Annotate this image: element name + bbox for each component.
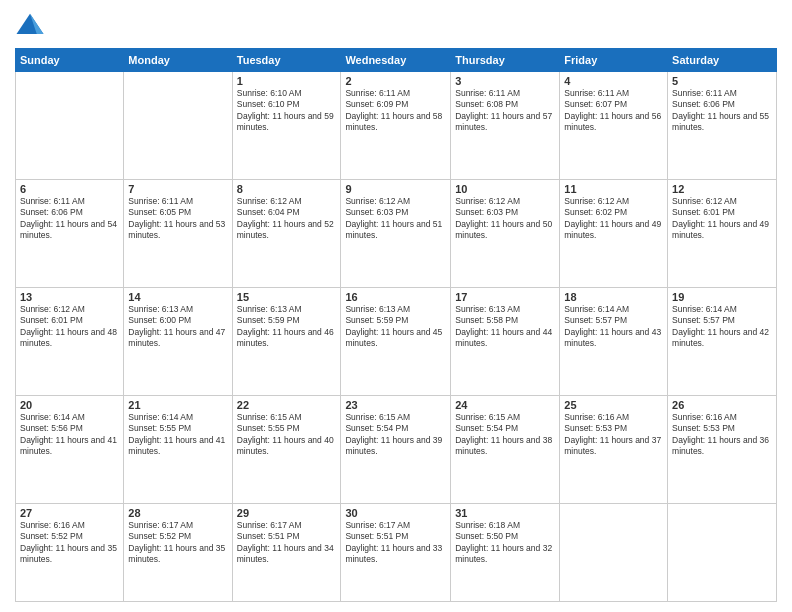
calendar-cell: 30Sunrise: 6:17 AMSunset: 5:51 PMDayligh…	[341, 503, 451, 601]
cell-content: Sunrise: 6:18 AMSunset: 5:50 PMDaylight:…	[455, 520, 555, 566]
day-number: 5	[672, 75, 772, 87]
calendar-cell: 6Sunrise: 6:11 AMSunset: 6:06 PMDaylight…	[16, 179, 124, 287]
day-number: 22	[237, 399, 337, 411]
day-number: 6	[20, 183, 119, 195]
cell-content: Sunrise: 6:16 AMSunset: 5:53 PMDaylight:…	[672, 412, 772, 458]
calendar-cell	[124, 72, 232, 180]
cell-content: Sunrise: 6:14 AMSunset: 5:55 PMDaylight:…	[128, 412, 227, 458]
day-number: 15	[237, 291, 337, 303]
day-number: 11	[564, 183, 663, 195]
cell-content: Sunrise: 6:13 AMSunset: 5:59 PMDaylight:…	[345, 304, 446, 350]
day-number: 3	[455, 75, 555, 87]
cell-content: Sunrise: 6:10 AMSunset: 6:10 PMDaylight:…	[237, 88, 337, 134]
weekday-header: Wednesday	[341, 49, 451, 72]
cell-content: Sunrise: 6:17 AMSunset: 5:51 PMDaylight:…	[237, 520, 337, 566]
cell-content: Sunrise: 6:13 AMSunset: 5:58 PMDaylight:…	[455, 304, 555, 350]
calendar-week-row: 20Sunrise: 6:14 AMSunset: 5:56 PMDayligh…	[16, 395, 777, 503]
calendar-cell: 29Sunrise: 6:17 AMSunset: 5:51 PMDayligh…	[232, 503, 341, 601]
day-number: 21	[128, 399, 227, 411]
calendar-cell	[668, 503, 777, 601]
calendar-cell: 15Sunrise: 6:13 AMSunset: 5:59 PMDayligh…	[232, 287, 341, 395]
calendar-cell: 20Sunrise: 6:14 AMSunset: 5:56 PMDayligh…	[16, 395, 124, 503]
calendar-cell: 11Sunrise: 6:12 AMSunset: 6:02 PMDayligh…	[560, 179, 668, 287]
day-number: 17	[455, 291, 555, 303]
cell-content: Sunrise: 6:12 AMSunset: 6:03 PMDaylight:…	[455, 196, 555, 242]
calendar-cell: 9Sunrise: 6:12 AMSunset: 6:03 PMDaylight…	[341, 179, 451, 287]
calendar-cell: 16Sunrise: 6:13 AMSunset: 5:59 PMDayligh…	[341, 287, 451, 395]
calendar-cell: 10Sunrise: 6:12 AMSunset: 6:03 PMDayligh…	[451, 179, 560, 287]
day-number: 13	[20, 291, 119, 303]
weekday-header: Tuesday	[232, 49, 341, 72]
day-number: 19	[672, 291, 772, 303]
calendar-cell: 8Sunrise: 6:12 AMSunset: 6:04 PMDaylight…	[232, 179, 341, 287]
calendar-cell: 25Sunrise: 6:16 AMSunset: 5:53 PMDayligh…	[560, 395, 668, 503]
cell-content: Sunrise: 6:12 AMSunset: 6:02 PMDaylight:…	[564, 196, 663, 242]
cell-content: Sunrise: 6:11 AMSunset: 6:06 PMDaylight:…	[672, 88, 772, 134]
day-number: 28	[128, 507, 227, 519]
cell-content: Sunrise: 6:17 AMSunset: 5:52 PMDaylight:…	[128, 520, 227, 566]
page: SundayMondayTuesdayWednesdayThursdayFrid…	[0, 0, 792, 612]
day-number: 25	[564, 399, 663, 411]
day-number: 27	[20, 507, 119, 519]
calendar-cell: 21Sunrise: 6:14 AMSunset: 5:55 PMDayligh…	[124, 395, 232, 503]
day-number: 24	[455, 399, 555, 411]
day-number: 12	[672, 183, 772, 195]
calendar-cell: 24Sunrise: 6:15 AMSunset: 5:54 PMDayligh…	[451, 395, 560, 503]
calendar-cell: 12Sunrise: 6:12 AMSunset: 6:01 PMDayligh…	[668, 179, 777, 287]
cell-content: Sunrise: 6:13 AMSunset: 6:00 PMDaylight:…	[128, 304, 227, 350]
calendar-cell: 22Sunrise: 6:15 AMSunset: 5:55 PMDayligh…	[232, 395, 341, 503]
cell-content: Sunrise: 6:17 AMSunset: 5:51 PMDaylight:…	[345, 520, 446, 566]
cell-content: Sunrise: 6:14 AMSunset: 5:57 PMDaylight:…	[564, 304, 663, 350]
weekday-header: Saturday	[668, 49, 777, 72]
cell-content: Sunrise: 6:11 AMSunset: 6:09 PMDaylight:…	[345, 88, 446, 134]
calendar-week-row: 1Sunrise: 6:10 AMSunset: 6:10 PMDaylight…	[16, 72, 777, 180]
day-number: 10	[455, 183, 555, 195]
cell-content: Sunrise: 6:14 AMSunset: 5:56 PMDaylight:…	[20, 412, 119, 458]
day-number: 16	[345, 291, 446, 303]
calendar-cell: 31Sunrise: 6:18 AMSunset: 5:50 PMDayligh…	[451, 503, 560, 601]
cell-content: Sunrise: 6:12 AMSunset: 6:01 PMDaylight:…	[672, 196, 772, 242]
cell-content: Sunrise: 6:12 AMSunset: 6:04 PMDaylight:…	[237, 196, 337, 242]
cell-content: Sunrise: 6:14 AMSunset: 5:57 PMDaylight:…	[672, 304, 772, 350]
calendar-cell: 2Sunrise: 6:11 AMSunset: 6:09 PMDaylight…	[341, 72, 451, 180]
calendar-cell: 19Sunrise: 6:14 AMSunset: 5:57 PMDayligh…	[668, 287, 777, 395]
cell-content: Sunrise: 6:16 AMSunset: 5:53 PMDaylight:…	[564, 412, 663, 458]
cell-content: Sunrise: 6:11 AMSunset: 6:07 PMDaylight:…	[564, 88, 663, 134]
calendar-cell: 3Sunrise: 6:11 AMSunset: 6:08 PMDaylight…	[451, 72, 560, 180]
cell-content: Sunrise: 6:11 AMSunset: 6:06 PMDaylight:…	[20, 196, 119, 242]
calendar-cell: 1Sunrise: 6:10 AMSunset: 6:10 PMDaylight…	[232, 72, 341, 180]
day-number: 2	[345, 75, 446, 87]
calendar-cell: 23Sunrise: 6:15 AMSunset: 5:54 PMDayligh…	[341, 395, 451, 503]
calendar-cell: 4Sunrise: 6:11 AMSunset: 6:07 PMDaylight…	[560, 72, 668, 180]
day-number: 18	[564, 291, 663, 303]
cell-content: Sunrise: 6:12 AMSunset: 6:01 PMDaylight:…	[20, 304, 119, 350]
cell-content: Sunrise: 6:15 AMSunset: 5:55 PMDaylight:…	[237, 412, 337, 458]
cell-content: Sunrise: 6:13 AMSunset: 5:59 PMDaylight:…	[237, 304, 337, 350]
day-number: 1	[237, 75, 337, 87]
cell-content: Sunrise: 6:15 AMSunset: 5:54 PMDaylight:…	[345, 412, 446, 458]
day-number: 8	[237, 183, 337, 195]
header	[15, 10, 777, 40]
weekday-header: Friday	[560, 49, 668, 72]
calendar-header-row: SundayMondayTuesdayWednesdayThursdayFrid…	[16, 49, 777, 72]
calendar-week-row: 13Sunrise: 6:12 AMSunset: 6:01 PMDayligh…	[16, 287, 777, 395]
weekday-header: Thursday	[451, 49, 560, 72]
calendar-cell: 26Sunrise: 6:16 AMSunset: 5:53 PMDayligh…	[668, 395, 777, 503]
weekday-header: Monday	[124, 49, 232, 72]
cell-content: Sunrise: 6:16 AMSunset: 5:52 PMDaylight:…	[20, 520, 119, 566]
weekday-header: Sunday	[16, 49, 124, 72]
calendar-cell: 17Sunrise: 6:13 AMSunset: 5:58 PMDayligh…	[451, 287, 560, 395]
day-number: 29	[237, 507, 337, 519]
calendar-cell	[16, 72, 124, 180]
day-number: 31	[455, 507, 555, 519]
cell-content: Sunrise: 6:15 AMSunset: 5:54 PMDaylight:…	[455, 412, 555, 458]
calendar-cell: 18Sunrise: 6:14 AMSunset: 5:57 PMDayligh…	[560, 287, 668, 395]
logo-icon	[15, 10, 45, 40]
calendar-table: SundayMondayTuesdayWednesdayThursdayFrid…	[15, 48, 777, 602]
day-number: 26	[672, 399, 772, 411]
calendar-cell: 13Sunrise: 6:12 AMSunset: 6:01 PMDayligh…	[16, 287, 124, 395]
calendar-cell: 14Sunrise: 6:13 AMSunset: 6:00 PMDayligh…	[124, 287, 232, 395]
calendar-cell: 27Sunrise: 6:16 AMSunset: 5:52 PMDayligh…	[16, 503, 124, 601]
day-number: 14	[128, 291, 227, 303]
calendar-cell	[560, 503, 668, 601]
